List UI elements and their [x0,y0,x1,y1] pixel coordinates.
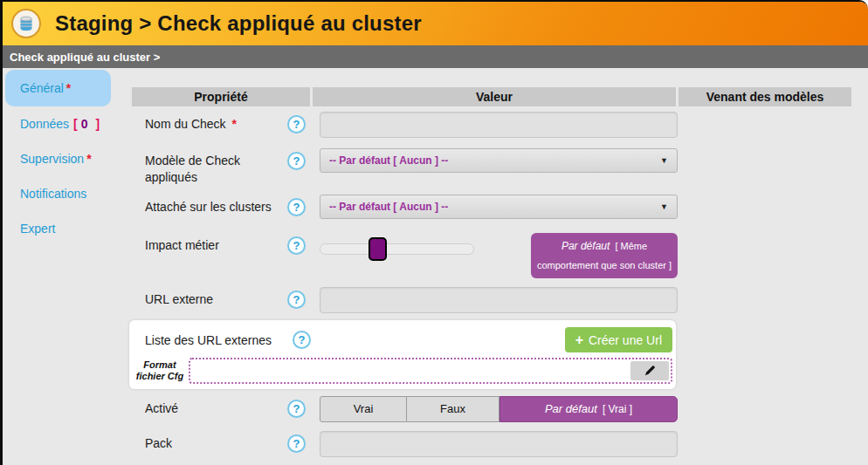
row-active: Activé ? Vrai Faux Par défaut [ Vrai ] [132,396,851,422]
field-label: Attaché sur les clusters [132,195,287,215]
attache-clusters-select[interactable]: -- Par défaut [ Aucun ] -- ▼ [320,195,678,219]
row-impact-metier: Impact métier ? Par défaut [ Même compor… [132,233,851,278]
impact-slider[interactable] [320,243,474,255]
impact-default-button[interactable]: Par défaut [ Même comportement que son c… [531,233,678,278]
required-marker: * [66,81,71,95]
required-marker: * [231,117,236,131]
format-cfg-input[interactable] [190,359,627,382]
sidebar-item-label: Notifications [20,187,86,201]
help-icon[interactable]: ? [287,434,306,453]
breadcrumb: Check appliqué au cluster > [3,45,868,68]
row-attache-clusters: Attaché sur les clusters ? -- Par défaut… [132,195,851,219]
table-header: Propriété Valeur Venant des modèles [132,87,851,106]
field-label: Modèle de Check appliqués [132,148,287,186]
format-cfg-label: Format fichier Cfg [134,359,185,382]
count-badge: 0 [81,117,88,131]
format-cfg-field [189,358,672,384]
count-bracket: ] [96,117,100,131]
active-false-button[interactable]: Faux [407,396,499,422]
modele-check-select[interactable]: -- Par défaut [ Aucun ] -- ▼ [320,148,678,173]
pack-input[interactable] [320,431,678,457]
database-icon [11,9,41,38]
nom-du-check-input[interactable] [320,112,678,138]
sidebar-item-label: Expert [20,222,55,236]
column-header-propriete: Propriété [132,87,310,106]
sidebar-item-donnees[interactable]: Données [ 0 ] [3,106,132,141]
active-true-button[interactable]: Vrai [320,396,407,422]
field-label: URL externe [132,287,287,308]
app-window: Staging > Check appliqué au cluster Chec… [0,0,868,465]
sidebar-item-notifications[interactable]: Notifications [3,176,132,211]
row-modele-check: Modèle de Check appliqués ? -- Par défau… [132,148,851,186]
help-icon[interactable]: ? [287,198,306,216]
help-icon[interactable]: ? [287,291,306,309]
chevron-down-icon: ▼ [660,156,668,165]
help-icon[interactable]: ? [293,331,311,349]
selected-value: -- Par défaut [ Aucun ] -- [329,154,660,167]
field-label: Activé [132,396,287,417]
field-label: Pack [132,431,287,452]
row-url-externe: URL externe ? [132,287,851,313]
app-header: Staging > Check appliqué au cluster [3,2,868,45]
sidebar-item-general[interactable]: Général * [5,70,111,106]
active-toggle-group: Vrai Faux Par défaut [ Vrai ] [320,396,678,422]
default-detail: [ Vrai ] [603,403,632,415]
selected-value: -- Par défaut [ Aucun ] -- [329,201,660,213]
edit-button[interactable] [630,361,669,380]
help-icon[interactable]: ? [287,115,306,133]
page-title: Staging > Check appliqué au cluster [55,11,422,36]
plus-icon: + [575,332,583,348]
pencil-icon [644,364,657,377]
field-label: Impact métier [132,233,287,254]
url-list-panel: Liste des URL externes ? + Créer une Url… [129,320,676,389]
form-main: Propriété Valeur Venant des modèles Nom … [132,68,868,465]
column-header-valeur: Valeur [313,87,676,106]
count-bracket: [ [73,117,78,131]
help-icon[interactable]: ? [287,400,306,418]
chevron-down-icon: ▼ [660,202,668,211]
create-url-button[interactable]: + Créer une Url [565,327,672,352]
column-header-modeles: Venant des modèles [679,87,851,106]
help-icon[interactable]: ? [287,236,306,255]
body-area: Général * Données [ 0 ] Supervision * No… [3,68,868,465]
sidebar-item-label: Supervision [20,152,84,166]
field-label: Nom du Check [145,117,226,131]
url-externe-input[interactable] [320,287,678,313]
sidebar: Général * Données [ 0 ] Supervision * No… [3,68,132,465]
breadcrumb-item[interactable]: Check appliqué au cluster > [10,51,160,64]
help-icon[interactable]: ? [287,152,306,170]
required-marker: * [86,152,91,166]
default-prefix: Par défaut [545,402,597,415]
sidebar-item-expert[interactable]: Expert [3,211,132,246]
sidebar-item-label: Données [20,117,69,131]
field-label: Liste des URL externes [145,333,293,347]
sidebar-item-label: Général [20,81,64,95]
impact-slider-thumb[interactable] [369,237,387,261]
default-prefix: Par défaut [561,240,610,252]
active-default-button[interactable]: Par défaut [ Vrai ] [499,396,678,422]
row-pack: Pack ? [132,431,851,457]
row-nom-du-check: Nom du Check * ? [132,112,851,138]
sidebar-item-supervision[interactable]: Supervision * [3,141,132,176]
